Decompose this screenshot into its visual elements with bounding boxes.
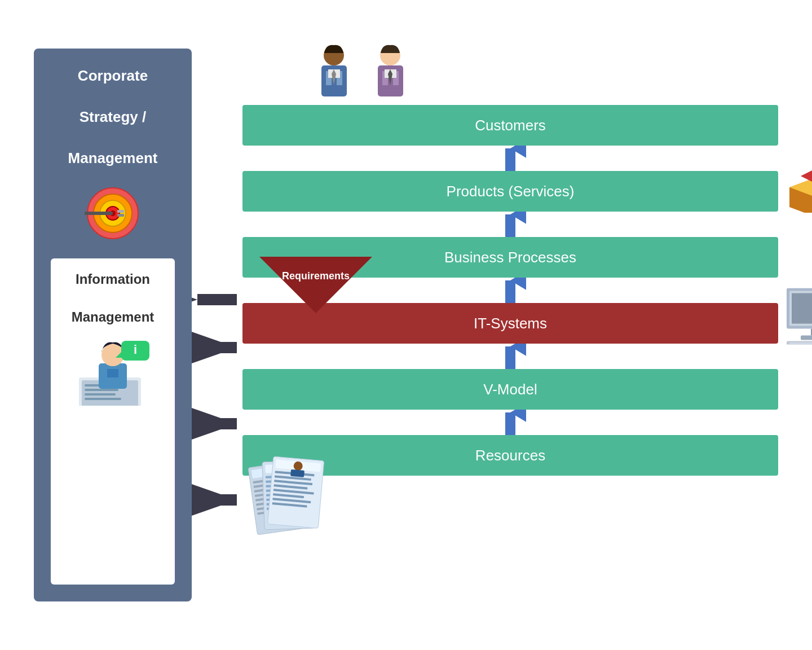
- box-icon: [784, 168, 812, 215]
- business-processes-bar: Business Processes Requirements: [242, 237, 778, 278]
- blue-arrow-up-4: [495, 344, 526, 369]
- business-processes-row-wrapper: Business Processes Requirements: [242, 237, 778, 278]
- customers-bar: Customers: [242, 105, 778, 146]
- sidebar-top-text: CorporateStrategy /Management: [68, 65, 158, 168]
- svg-text:i: i: [134, 342, 137, 357]
- resource-docs: [231, 456, 344, 566]
- arrow-up-2: [242, 212, 778, 237]
- products-bar: Products (Services): [242, 171, 778, 212]
- svg-rect-7: [117, 210, 124, 213]
- products-label: Products (Services): [447, 183, 575, 200]
- svg-rect-8: [117, 214, 124, 217]
- main-container: CorporateStrategy /Management Informatio…: [0, 0, 812, 650]
- requirements-triangle: Requirements: [259, 257, 372, 315]
- customer-figure-2: [367, 43, 414, 111]
- v-model-bar: V-Model V: [242, 369, 778, 410]
- computer-svg: [784, 288, 812, 345]
- customers-label: Customers: [475, 117, 546, 134]
- info-management-box: InformationManagement: [51, 258, 175, 585]
- blue-arrow-up-3: [495, 278, 526, 303]
- products-row-wrapper: Products (Services): [242, 171, 778, 212]
- arrow-up-1: [242, 146, 778, 171]
- resources-label: Resources: [475, 447, 545, 464]
- svg-rect-58: [801, 336, 812, 340]
- computer-icon: [784, 288, 812, 347]
- svg-text:Requirements: Requirements: [282, 270, 350, 282]
- customers-row-wrapper: Customers: [242, 105, 778, 146]
- arrow-up-5: [242, 410, 778, 435]
- blue-arrow-up-5: [495, 410, 526, 435]
- svg-rect-56: [792, 293, 812, 324]
- svg-marker-46: [801, 170, 812, 182]
- business-processes-label: Business Processes: [444, 249, 576, 266]
- resources-row-wrapper: Resources: [242, 435, 778, 476]
- svg-marker-50: [259, 257, 372, 313]
- info-person-icon: i: [68, 338, 158, 406]
- resources-bar: Resources: [242, 435, 778, 476]
- svg-rect-12: [85, 389, 118, 391]
- svg-rect-13: [85, 393, 116, 396]
- svg-rect-14: [85, 398, 121, 400]
- v-model-label: V-Model: [483, 381, 537, 398]
- blue-arrow-up-1: [495, 146, 526, 171]
- v-letter: V: [810, 358, 812, 420]
- arrow-up-4: [242, 344, 778, 369]
- customer-figures: [310, 43, 414, 111]
- customer-figure-1: [310, 43, 358, 111]
- svg-rect-100: [290, 469, 304, 477]
- blue-arrow-up-2: [495, 212, 526, 237]
- v-model-row-wrapper: V-Model V: [242, 369, 778, 410]
- svg-rect-60: [789, 342, 812, 345]
- product-box-svg: [784, 168, 812, 213]
- target-icon: [85, 185, 141, 241]
- info-title: InformationManagement: [72, 270, 155, 327]
- sidebar: CorporateStrategy /Management Informatio…: [34, 49, 192, 601]
- it-systems-label: IT-Systems: [474, 315, 547, 332]
- resource-docs-svg: [231, 456, 344, 564]
- requirements-svg: Requirements: [259, 257, 372, 313]
- svg-rect-5: [85, 212, 113, 215]
- svg-rect-18: [107, 369, 118, 377]
- rows-container: Customers Products (Services): [242, 49, 778, 601]
